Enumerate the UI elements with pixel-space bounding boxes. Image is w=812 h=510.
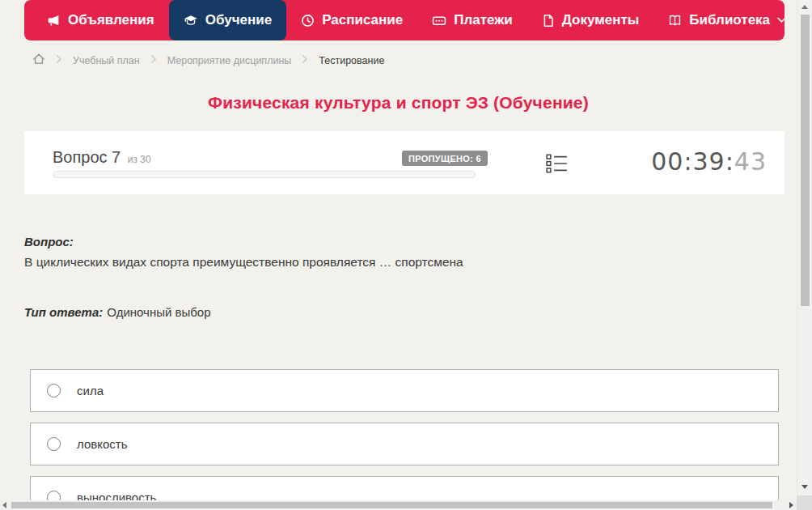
scroll-down-arrow-icon[interactable] [801,485,808,489]
timer: 00:39:43 [651,147,767,176]
question-text: В циклических видах спорта преимуществен… [24,255,797,270]
graduation-cap-icon [184,14,198,28]
question-total: из 30 [128,154,151,165]
scroll-right-arrow-icon[interactable] [789,502,793,508]
skipped-badge: ПРОПУЩЕНО: 6 [402,151,488,166]
nav-item-schedule[interactable]: Расписание [286,0,417,40]
question-number: Вопрос 7 [53,148,121,166]
answer-type-label: Тип ответа: [24,305,103,319]
question-counter: Вопрос 7 из 30 [53,148,151,167]
radio-icon[interactable] [47,437,61,451]
nav-item-documents[interactable]: Документы [527,0,654,40]
payments-icon [432,14,446,28]
scroll-left-arrow-icon[interactable] [2,502,6,508]
nav-item-announcements[interactable]: Объявления [32,0,169,40]
home-icon[interactable] [32,53,45,68]
timer-seconds: 43 [734,147,767,176]
answer-option-label: сила [77,384,104,397]
nav-item-learning[interactable]: Обучение [169,0,286,40]
timer-main: 00:39: [651,147,734,176]
nav-item-library[interactable]: Библиотека [653,0,801,40]
chevron-right-icon [150,54,157,66]
nav-item-label: Библиотека [689,12,770,28]
main-navbar: Объявления Обучение Расписание Платежи Д… [24,0,785,40]
nav-item-label: Расписание [322,12,403,28]
answer-options: сила ловкость выносливость [30,369,779,510]
scrollbar-corner [797,495,812,510]
chevron-down-icon [777,17,786,23]
breadcrumb-item-discipline-event[interactable]: Мероприятие дисциплины [167,55,292,66]
question-list-icon[interactable] [546,153,568,177]
answer-type-value: Одиночный выбор [107,305,210,319]
question-block: Вопрос: В циклических видах спорта преим… [24,235,797,319]
chevron-right-icon [302,54,308,66]
radio-icon[interactable] [47,384,61,397]
nav-item-label: Обучение [205,12,272,28]
horizontal-scrollbar-thumb[interactable] [11,502,772,508]
answer-option-label: ловкость [77,437,128,451]
megaphone-icon [47,14,61,28]
scroll-up-arrow-icon[interactable] [801,5,808,9]
quiz-progress-bar [53,171,476,178]
answer-option-2[interactable]: ловкость [30,423,779,465]
breadcrumb: Учебный план Мероприятие дисциплины Тест… [32,53,797,68]
question-prompt-label: Вопрос: [24,235,797,249]
page-title: Физическая культура и спорт ЭЗ (Обучение… [0,93,797,113]
horizontal-scrollbar[interactable] [0,500,797,510]
vertical-scrollbar[interactable] [797,0,812,495]
document-icon [542,14,555,28]
nav-item-label: Объявления [68,12,154,28]
breadcrumb-item-curriculum[interactable]: Учебный план [73,55,140,66]
answer-type-line: Тип ответа:Одиночный выбор [24,305,797,319]
nav-item-label: Документы [562,12,640,28]
page-content: Объявления Обучение Расписание Платежи Д… [0,0,797,510]
nav-item-label: Платежи [454,12,513,28]
library-icon [668,14,682,28]
nav-item-payments[interactable]: Платежи [417,0,527,40]
breadcrumb-item-testing: Тестирование [319,55,384,66]
answer-option-1[interactable]: сила [30,369,779,412]
chevron-right-icon [56,54,62,66]
quiz-status-panel: Вопрос 7 из 30 ПРОПУЩЕНО: 6 00:39:43 [24,131,785,194]
clock-icon [301,14,315,28]
vertical-scrollbar-thumb[interactable] [801,15,810,306]
